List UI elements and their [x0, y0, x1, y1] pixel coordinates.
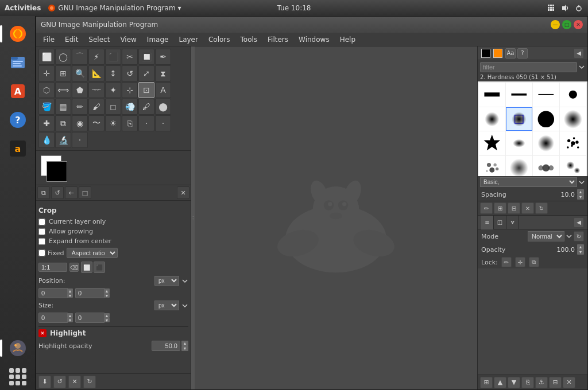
tool-unified-transform[interactable]: ✦	[105, 82, 121, 98]
tab-channels[interactable]: ◫	[494, 216, 506, 229]
text-tool-mini[interactable]: Aa	[505, 48, 516, 58]
size-w-input[interactable]: 0	[38, 313, 68, 323]
dock-help[interactable]: ?	[5, 107, 31, 133]
ratio-portrait-btn[interactable]: ⬜	[81, 262, 92, 273]
tool-extra1[interactable]: ·	[138, 115, 154, 131]
ratio-clear-btn[interactable]: ⌫	[69, 263, 79, 272]
tool-handle-transform[interactable]: ⊹	[122, 82, 138, 98]
tool-foreground-select[interactable]: 🔲	[138, 49, 154, 65]
tool-blur[interactable]: ◉	[72, 115, 88, 131]
menu-select[interactable]: Select	[84, 34, 114, 45]
new-layer-btn[interactable]: ⊞	[480, 377, 493, 388]
menu-help[interactable]: Help	[335, 34, 360, 45]
tool-extra2[interactable]: ·	[155, 115, 171, 131]
size-unit-select[interactable]: pxmmin	[154, 301, 179, 310]
tool-smudge[interactable]: 〜	[88, 115, 105, 131]
tool-ink[interactable]: 🖋	[138, 99, 154, 115]
tool-shear[interactable]: ⧗	[155, 65, 171, 81]
allow-growing-checkbox[interactable]	[38, 228, 45, 235]
brush-cell-15[interactable]	[533, 156, 559, 176]
current-layer-only-checkbox[interactable]	[38, 219, 45, 225]
fg-color-mini[interactable]	[481, 49, 490, 58]
lock-alpha-btn[interactable]: ⧉	[529, 257, 539, 267]
brush-cell-9[interactable]	[479, 131, 505, 155]
brush-cell-6[interactable]	[506, 107, 532, 131]
position-x-input[interactable]: 0	[38, 288, 68, 298]
tab-paths[interactable]: ⛛	[506, 216, 519, 229]
tool-options-collapse[interactable]: □	[79, 186, 91, 199]
position-unit-select[interactable]: pxmmin	[154, 276, 179, 286]
highlight-opacity-input[interactable]: 50.0	[152, 341, 180, 351]
brush-copy-btn[interactable]: ⊞	[494, 202, 506, 214]
mode-extra-btn[interactable]: ↻	[574, 231, 584, 241]
dock-software[interactable]: A	[5, 78, 31, 104]
layer-mode-select[interactable]: Normal Multiply Screen	[528, 231, 564, 241]
tool-options-delete[interactable]: ←	[65, 186, 78, 199]
tool-options-close[interactable]: ✕	[177, 186, 189, 199]
tool-heal[interactable]: ✚	[38, 115, 55, 131]
menu-view[interactable]: View	[115, 34, 141, 45]
bg-color-mini[interactable]	[493, 49, 502, 58]
tool-ellipse-select[interactable]: ◯	[55, 49, 71, 65]
tool-perspective-clone[interactable]: ⧉	[55, 115, 71, 131]
tool-color-picker[interactable]: 💧	[38, 132, 55, 148]
tool-blend[interactable]: ▦	[55, 99, 71, 115]
tool-eraser[interactable]: ◻	[105, 99, 121, 115]
brush-cell-14[interactable]	[506, 156, 532, 176]
size-w-down[interactable]: ▼	[67, 318, 73, 322]
tool-text[interactable]: A	[155, 82, 171, 98]
tool-options-save[interactable]: ↺	[51, 186, 64, 199]
merge-layers-btn[interactable]: ⊟	[549, 377, 562, 388]
brushes-panel-collapse[interactable]: ◀	[574, 48, 584, 58]
tool-measure[interactable]: 📐	[88, 65, 105, 81]
tool-flip[interactable]: ⟺	[55, 82, 71, 98]
menu-layer[interactable]: Layer	[174, 34, 202, 45]
tool-pencil[interactable]: ✏	[72, 99, 88, 115]
dock-firefox[interactable]	[5, 21, 31, 47]
menu-file[interactable]: File	[38, 34, 59, 45]
opacity-up-btn[interactable]: ▲	[181, 341, 188, 346]
duplicate-layer-btn[interactable]: ⎘	[521, 377, 534, 388]
position-y-up[interactable]: ▲	[104, 288, 110, 293]
tool-eye-dropper[interactable]: 🔬	[55, 132, 71, 148]
dock-appgrid[interactable]	[5, 364, 31, 390]
menu-windows[interactable]: Windows	[294, 34, 334, 45]
menu-image[interactable]: Image	[142, 34, 173, 45]
brush-cell-11[interactable]	[533, 131, 559, 155]
spacing-down-btn[interactable]: ▼	[577, 194, 584, 200]
tool-crop[interactable]: ⊡	[138, 82, 154, 98]
aspect-ratio-dropdown[interactable]: Aspect ratio Width Height Size	[67, 248, 118, 258]
brush-search-input[interactable]	[480, 62, 577, 72]
layers-panel-collapse[interactable]: ◀	[574, 217, 584, 228]
tool-free-select[interactable]: ⌒	[72, 49, 88, 65]
dock-gimp[interactable]	[5, 335, 31, 361]
brush-cell-12[interactable]	[560, 131, 586, 155]
lock-move-btn[interactable]: ✛	[515, 257, 525, 267]
ratio-input[interactable]: 1:1	[38, 263, 67, 272]
tool-zoom[interactable]: 🔍	[72, 65, 88, 81]
highlight-close-btn[interactable]: ✕	[38, 329, 47, 337]
tool-clone[interactable]: ⎘	[122, 115, 138, 131]
menu-edit[interactable]: Edit	[60, 34, 83, 45]
brush-cell-1[interactable]	[479, 83, 505, 107]
tool-airbrush[interactable]: 💨	[122, 99, 138, 115]
activities-button[interactable]: Activities	[5, 4, 41, 12]
brush-cell-4[interactable]	[560, 83, 586, 107]
tool-fuzzy-select[interactable]: ⚡	[88, 49, 105, 65]
ratio-landscape-btn[interactable]: ⬛	[94, 262, 105, 273]
size-h-input[interactable]: 0	[75, 313, 105, 323]
minimize-button[interactable]: —	[551, 20, 560, 29]
expand-from-center-checkbox[interactable]	[38, 238, 45, 245]
tool-extra3[interactable]: ·	[72, 132, 88, 148]
position-y-down[interactable]: ▼	[104, 293, 110, 298]
position-x-down[interactable]: ▼	[67, 293, 73, 298]
tool-paths[interactable]: ✒	[155, 49, 171, 65]
delete-layer-btn[interactable]: ✕	[563, 377, 575, 388]
brush-edit-btn[interactable]: ✏	[480, 202, 493, 214]
tab-layers[interactable]: ≡	[481, 216, 494, 229]
raise-layer-btn[interactable]: ▲	[494, 377, 506, 388]
lock-paint-btn[interactable]: ✏	[501, 257, 512, 267]
tool-transform[interactable]: ↕	[105, 65, 121, 81]
dock-files[interactable]	[5, 49, 31, 76]
brush-tag-dropdown[interactable]: Basic, All	[480, 177, 577, 187]
